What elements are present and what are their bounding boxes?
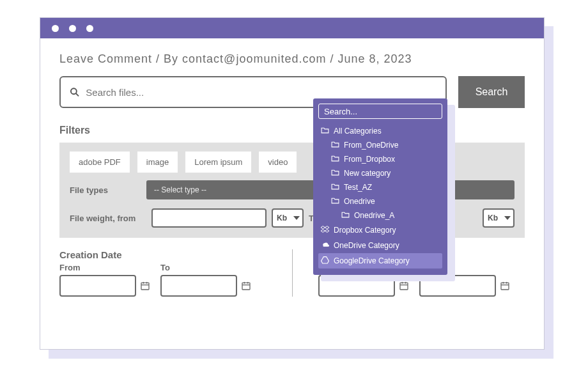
window-control-dot[interactable]: [52, 25, 59, 26]
window-titlebar: [40, 18, 544, 26]
window-control-dot[interactable]: [86, 25, 93, 26]
window-control-dot[interactable]: [69, 25, 76, 26]
app-window: Leave Comment / By contact@joomunited.co…: [40, 17, 545, 26]
